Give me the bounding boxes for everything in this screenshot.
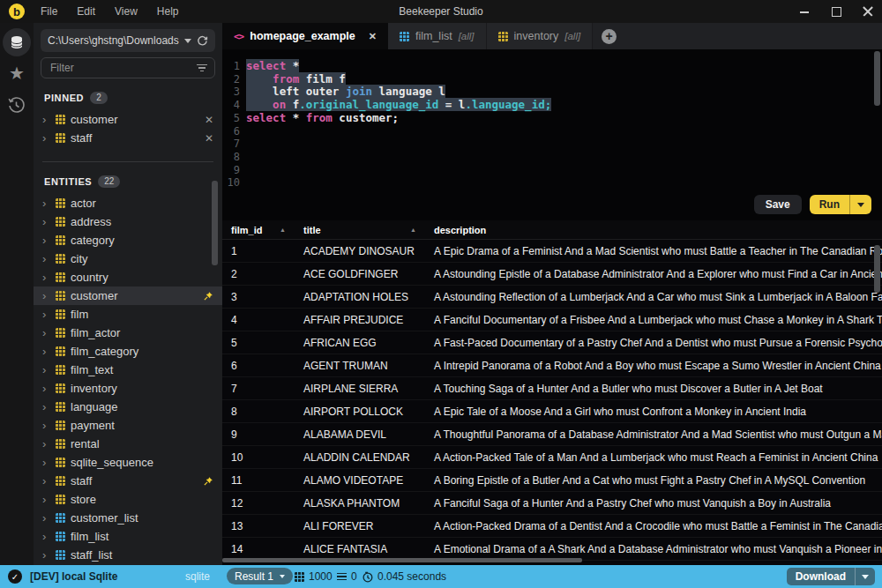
sidebar-item-staff[interactable]: staff xyxy=(34,129,222,147)
filter-icon[interactable] xyxy=(196,64,207,72)
chevron-right-icon[interactable] xyxy=(42,114,50,125)
sidebar-item-store[interactable]: store xyxy=(34,490,222,509)
connection-name[interactable]: [DEV] local Sqlite xyxy=(30,570,117,583)
run-options-button[interactable] xyxy=(849,195,871,214)
refresh-icon[interactable] xyxy=(197,35,208,47)
sidebar-item-customer_list[interactable]: customer_list xyxy=(34,509,222,527)
history-clock-icon xyxy=(7,96,25,114)
column-header-description[interactable]: description xyxy=(425,225,882,235)
column-header-title[interactable]: title xyxy=(295,225,425,235)
results-horizontal-scrollbar[interactable] xyxy=(222,558,582,562)
maximize-icon[interactable] xyxy=(831,6,841,17)
sidebar-item-category[interactable]: category xyxy=(34,231,222,249)
save-button[interactable]: Save xyxy=(754,195,802,214)
chevron-right-icon[interactable] xyxy=(42,383,50,394)
sidebar-item-language[interactable]: language xyxy=(34,398,222,416)
chevron-right-icon[interactable] xyxy=(42,531,50,542)
editor-scrollbar[interactable] xyxy=(874,51,880,106)
sidebar-item-film_list[interactable]: film_list xyxy=(34,527,222,546)
table-row[interactable]: 5AFRICAN EGGA Fast-Paced Documentary of … xyxy=(222,331,882,354)
sidebar-item-inventory[interactable]: inventory xyxy=(34,379,222,398)
chevron-right-icon[interactable] xyxy=(42,132,50,144)
tab-inventory[interactable]: inventory[all] xyxy=(487,23,594,49)
sidebar-item-country[interactable]: country xyxy=(34,268,222,287)
run-button-label[interactable]: Run xyxy=(810,198,849,211)
unpin-close-icon[interactable] xyxy=(205,132,213,145)
minimize-icon[interactable] xyxy=(799,6,810,17)
close-icon[interactable] xyxy=(863,6,873,17)
sidebar-scrollbar[interactable] xyxy=(212,181,218,265)
sidebar-item-staff_list[interactable]: staff_list xyxy=(34,546,222,564)
sort-ascending-icon[interactable] xyxy=(273,227,286,233)
unpin-close-icon[interactable] xyxy=(205,114,213,126)
chevron-right-icon[interactable] xyxy=(42,290,50,301)
chevron-right-icon[interactable] xyxy=(42,364,50,376)
table-row[interactable]: 11ALAMO VIDEOTAPEA Boring Epistle of a B… xyxy=(222,469,882,492)
run-button[interactable]: Run xyxy=(810,195,871,214)
favorites-nav-button[interactable]: ★ xyxy=(0,63,34,83)
tab-homepage_example[interactable]: homepage_example xyxy=(222,23,388,49)
table-row[interactable]: 10ALADDIN CALENDARA Action-Packed Tale o… xyxy=(222,446,882,469)
chevron-right-icon[interactable] xyxy=(42,420,50,431)
entity-name: film_category xyxy=(71,345,138,358)
sidebar-item-film[interactable]: film xyxy=(34,305,222,324)
table-row[interactable]: 8AIRPORT POLLOCKA Epic Tale of a Moose A… xyxy=(222,400,882,423)
table-row[interactable]: 3ADAPTATION HOLESA Astounding Reflection… xyxy=(222,286,882,309)
sidebar-item-city[interactable]: city xyxy=(34,249,222,268)
sidebar-item-sqlite_sequence[interactable]: sqlite_sequence xyxy=(34,453,222,472)
column-header-film_id[interactable]: film_id xyxy=(222,225,295,235)
chevron-right-icon[interactable] xyxy=(42,197,50,209)
chevron-right-icon[interactable] xyxy=(42,253,50,264)
tab-film_list[interactable]: film_list[all] xyxy=(388,23,487,49)
menu-file[interactable]: File xyxy=(35,5,63,18)
chevron-right-icon[interactable] xyxy=(42,494,50,505)
database-nav-button[interactable] xyxy=(3,28,31,56)
sidebar-item-payment[interactable]: payment xyxy=(34,416,222,435)
chevron-right-icon[interactable] xyxy=(42,346,50,357)
sort-ascending-icon[interactable] xyxy=(403,227,416,233)
chevron-right-icon[interactable] xyxy=(42,475,50,487)
table-row[interactable]: 4AFFAIR PREJUDICEA Fanciful Documentary … xyxy=(222,309,882,331)
sidebar-item-customer[interactable]: customer xyxy=(34,110,222,129)
table-row[interactable]: 2ACE GOLDFINGERA Astounding Epistle of a… xyxy=(222,263,882,286)
chevron-right-icon[interactable] xyxy=(42,327,50,339)
chevron-right-icon[interactable] xyxy=(42,512,50,524)
sql-editor[interactable]: 12345678910 select * from film f left ou… xyxy=(222,49,882,220)
history-nav-button[interactable] xyxy=(7,96,25,117)
table-row[interactable]: 6AGENT TRUMANA Intrepid Panorama of a Ro… xyxy=(222,354,882,377)
table-row[interactable]: 7AIRPLANE SIERRAA Touching Saga of a Hun… xyxy=(222,377,882,400)
table-row[interactable]: 13ALI FOREVERA Action-Packed Drama of a … xyxy=(222,515,882,538)
table-row[interactable]: 9ALABAMA DEVILA Thoughtful Panorama of a… xyxy=(222,423,882,446)
sidebar-item-staff[interactable]: staff xyxy=(34,472,222,490)
download-button[interactable]: Download xyxy=(787,568,875,585)
entity-name: actor xyxy=(71,197,96,210)
tab-close-icon[interactable] xyxy=(369,31,377,42)
editor-code[interactable]: select * from film f left outer join lan… xyxy=(246,60,551,125)
chevron-right-icon[interactable] xyxy=(42,234,50,246)
sidebar-item-rental[interactable]: rental xyxy=(34,435,222,453)
sidebar-item-film_text[interactable]: film_text xyxy=(34,361,222,379)
filter-input[interactable] xyxy=(49,61,191,75)
chevron-right-icon[interactable] xyxy=(42,457,50,468)
chevron-right-icon[interactable] xyxy=(42,309,50,320)
download-options-button[interactable] xyxy=(855,568,875,585)
sidebar-item-customer[interactable]: customer xyxy=(34,287,222,305)
menu-view[interactable]: View xyxy=(109,5,143,18)
chevron-right-icon[interactable] xyxy=(42,438,50,450)
menu-help[interactable]: Help xyxy=(152,5,184,18)
menu-edit[interactable]: Edit xyxy=(71,5,101,18)
results-vertical-scrollbar[interactable] xyxy=(874,245,880,293)
chevron-right-icon[interactable] xyxy=(42,216,50,227)
connection-selector[interactable]: C:\Users\ghstng\Downloads xyxy=(41,29,215,52)
sidebar-item-film_actor[interactable]: film_actor xyxy=(34,324,222,342)
chevron-right-icon[interactable] xyxy=(42,272,50,283)
table-row[interactable]: 1ACADEMY DINOSAURA Epic Drama of a Femin… xyxy=(222,240,882,263)
chevron-right-icon[interactable] xyxy=(42,401,50,413)
chevron-right-icon[interactable] xyxy=(42,549,50,561)
table-row[interactable]: 12ALASKA PHANTOMA Fanciful Saga of a Hun… xyxy=(222,492,882,515)
sidebar-item-actor[interactable]: actor xyxy=(34,194,222,212)
sidebar-item-film_category[interactable]: film_category xyxy=(34,342,222,361)
new-tab-button[interactable] xyxy=(602,29,617,44)
sidebar-item-address[interactable]: address xyxy=(34,212,222,231)
result-selector-button[interactable]: Result 1 xyxy=(227,568,293,584)
